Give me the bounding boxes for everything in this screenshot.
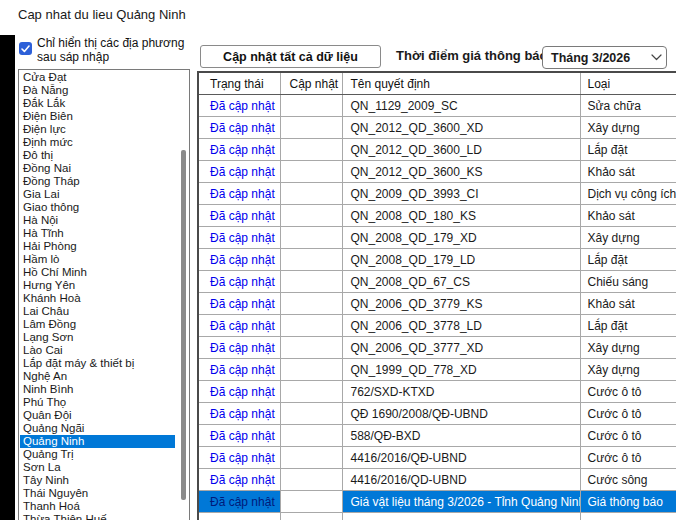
decision-type-cell[interactable]: Cước sông <box>580 469 676 491</box>
province-item[interactable]: Nghệ An <box>20 370 175 383</box>
column-header[interactable]: Trạng thái <box>199 73 280 95</box>
table-row[interactable]: Đã cập nhật762/SXD-KTXDCước ô tô <box>199 381 676 403</box>
update-cell[interactable] <box>280 447 342 469</box>
update-cell[interactable] <box>280 205 342 227</box>
column-header[interactable]: Cập nhật <box>280 73 342 95</box>
province-item[interactable]: Quảng Ngãi <box>20 422 175 435</box>
province-item[interactable]: Hầm lò <box>20 253 175 266</box>
status-cell[interactable]: Đã cập nhật <box>199 447 280 469</box>
province-item[interactable]: Hà Tĩnh <box>20 227 175 240</box>
province-item[interactable]: Quân Đội <box>20 409 175 422</box>
decision-type-cell[interactable]: Khảo sát <box>580 161 676 183</box>
table-row[interactable]: Đã cập nhậtQN_2006_QD_3779_KSKhảo sát <box>199 293 676 315</box>
table-row[interactable]: Đã cập nhậtGiá vật liệu tháng 3/2026 - T… <box>199 491 676 513</box>
province-item[interactable]: Quảng Trị <box>20 448 175 461</box>
province-item[interactable]: Lắp đặt máy & thiết bị <box>20 357 175 370</box>
status-cell[interactable]: Đã cập nhật <box>199 491 280 513</box>
province-item[interactable]: Đồng Nai <box>20 162 175 175</box>
status-cell[interactable]: Đã cập nhật <box>199 315 280 337</box>
province-item[interactable]: Cửa Đạt <box>20 71 175 84</box>
province-item[interactable]: Lâm Đồng <box>20 318 175 331</box>
table-row[interactable]: Đã cập nhậtQN_2012_QD_3600_LDLắp đặt <box>199 139 676 161</box>
status-cell[interactable]: Đã cập nhật <box>199 425 280 447</box>
province-item[interactable]: Gia Lai <box>20 188 175 201</box>
province-item[interactable]: Lai Châu <box>20 305 175 318</box>
province-item[interactable]: Điện Biên <box>20 110 175 123</box>
status-cell[interactable]: Đã cập nhật <box>199 183 280 205</box>
decision-name-cell[interactable]: QN_2012_QD_3600_LD <box>342 139 580 161</box>
decision-type-cell[interactable]: Cước ô tô <box>580 381 676 403</box>
decision-name-cell[interactable]: QN_2008_QD_67_CS <box>342 271 580 293</box>
decision-type-cell[interactable]: Dịch vụ công ích <box>580 183 676 205</box>
decision-name-cell[interactable]: 4416/2016/QD-UBND <box>342 469 580 491</box>
update-cell[interactable] <box>280 293 342 315</box>
decision-type-cell[interactable]: Khảo sát <box>580 205 676 227</box>
table-row[interactable]: Đã cập nhậtQN_2008_QD_180_KSKhảo sát <box>199 205 676 227</box>
table-row[interactable]: Đã cập nhậtQN_2012_QD_3600_KSKhảo sát <box>199 161 676 183</box>
decision-type-cell[interactable]: Chiếu sáng <box>580 271 676 293</box>
column-header[interactable]: Loại <box>580 73 676 95</box>
province-item[interactable]: Đắk Lắk <box>20 97 175 110</box>
status-cell[interactable]: Đã cập nhật <box>199 117 280 139</box>
decision-name-cell[interactable]: QN_2009_QD_3993_CI <box>342 183 580 205</box>
province-item[interactable]: Tây Ninh <box>20 474 175 487</box>
update-cell[interactable] <box>280 315 342 337</box>
decision-name-cell[interactable]: 588/QĐ-BXD <box>342 425 580 447</box>
status-cell[interactable]: Đã cập nhật <box>199 293 280 315</box>
decision-name-cell[interactable]: 4416/2016/QĐ-UBND <box>342 447 580 469</box>
decision-name-cell[interactable]: QN_1999_QD_778_XD <box>342 359 580 381</box>
province-item[interactable]: Hưng Yên <box>20 279 175 292</box>
table-row[interactable]: Đã cập nhậtQĐ 1690/2008/QĐ-UBNDCước ô tô <box>199 403 676 425</box>
table-row[interactable]: Đã cập nhậtQN_2008_QD_179_LDLắp đặt <box>199 249 676 271</box>
status-cell[interactable]: Đã cập nhật <box>199 469 280 491</box>
table-row[interactable]: Đã cập nhậtQN_1129_2009_SCSửa chữa <box>199 95 676 117</box>
province-item[interactable]: Khánh Hoà <box>20 292 175 305</box>
decision-type-cell[interactable]: Giá thông báo <box>580 491 676 513</box>
column-header[interactable]: Tên quyết định <box>342 73 580 95</box>
province-item[interactable]: Điện lực <box>20 123 175 136</box>
decision-name-cell[interactable]: QN_2012_QD_3600_KS <box>342 161 580 183</box>
table-row[interactable]: Đã cập nhậtQN_1999_QD_778_XDXây dựng <box>199 359 676 381</box>
province-item[interactable]: Sơn La <box>20 461 175 474</box>
decision-name-cell[interactable]: 762/SXD-KTXD <box>342 381 580 403</box>
update-cell[interactable] <box>280 381 342 403</box>
status-cell[interactable]: Đã cập nhật <box>199 205 280 227</box>
decision-type-cell[interactable]: Xây dựng <box>580 359 676 381</box>
update-cell[interactable] <box>280 249 342 271</box>
status-cell[interactable]: Đã cập nhật <box>199 95 280 117</box>
province-item[interactable]: Định mức <box>20 136 175 149</box>
decision-name-cell[interactable]: QN_2008_QD_179_XD <box>342 227 580 249</box>
update-cell[interactable] <box>280 227 342 249</box>
decision-name-cell[interactable]: QN_1129_2009_SC <box>342 95 580 117</box>
province-item[interactable]: Quảng Ninh <box>20 435 175 448</box>
decision-type-cell[interactable]: Xây dựng <box>580 117 676 139</box>
province-item[interactable]: Giao thông <box>20 201 175 214</box>
decision-type-cell[interactable]: Lắp đặt <box>580 139 676 161</box>
update-all-button[interactable]: Cập nhật tất cả dữ liệu <box>200 45 381 68</box>
province-item[interactable]: Lào Cai <box>20 344 175 357</box>
decision-type-cell[interactable]: Khảo sát <box>580 293 676 315</box>
province-item[interactable]: Thừa Thiên Huế <box>20 513 175 520</box>
status-cell[interactable]: Đã cập nhật <box>199 381 280 403</box>
decision-type-cell[interactable]: Xây dựng <box>580 227 676 249</box>
decision-name-cell[interactable]: QN_2012_QD_3600_XD <box>342 117 580 139</box>
table-row[interactable]: Đã cập nhậtQN_2009_QD_3993_CIDịch vụ côn… <box>199 183 676 205</box>
decision-name-cell[interactable]: Giá vật liệu tháng 3/2026 - Tỉnh Quảng N… <box>342 491 580 513</box>
table-row[interactable]: Đã cập nhậtQN_2006_QD_3778_LDLắp đặt <box>199 315 676 337</box>
decision-name-cell[interactable]: QN_2006_QD_3779_KS <box>342 293 580 315</box>
province-item[interactable]: Ninh Bình <box>20 383 175 396</box>
decision-type-cell[interactable]: Lắp đặt <box>580 249 676 271</box>
update-cell[interactable] <box>280 183 342 205</box>
table-row[interactable]: Đã cập nhậtQN_2008_QD_67_CSChiếu sáng <box>199 271 676 293</box>
update-cell[interactable] <box>280 95 342 117</box>
province-item[interactable]: Đồng Tháp <box>20 175 175 188</box>
status-cell[interactable]: Đã cập nhật <box>199 359 280 381</box>
update-cell[interactable] <box>280 469 342 491</box>
decision-type-cell[interactable]: Cước ô tô <box>580 403 676 425</box>
update-cell[interactable] <box>280 425 342 447</box>
table-row[interactable]: Đã cập nhậtQN_2008_QD_179_XDXây dựng <box>199 227 676 249</box>
province-item[interactable]: Lạng Sơn <box>20 331 175 344</box>
province-item[interactable]: Hà Nội <box>20 214 175 227</box>
status-cell[interactable]: Đã cập nhật <box>199 227 280 249</box>
table-row[interactable]: Đã cập nhậtQN_2006_QD_3777_XDXây dựng <box>199 337 676 359</box>
